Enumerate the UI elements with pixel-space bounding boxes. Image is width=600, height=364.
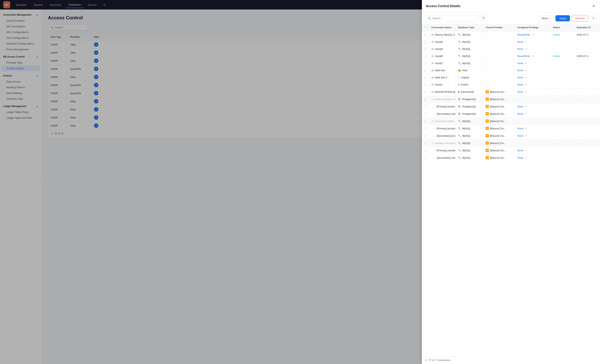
cell-privilege[interactable]: None ▼: [515, 125, 551, 132]
modal-search-input[interactable]: [432, 17, 476, 20]
row-select-checkbox[interactable]: [424, 62, 426, 65]
privilege-link[interactable]: Read/Write: [517, 33, 530, 36]
row-checkbox[interactable]: [422, 74, 429, 81]
table-row[interactable]: ⊞ mysql7 🔧 MySQL - None ▼ - -: [422, 60, 600, 67]
table-row[interactable]: ⊞ (Demo) MySQL 5.7.33 🔧 MySQL - Read/Wri…: [422, 31, 600, 38]
row-checkbox[interactable]: [422, 31, 429, 38]
privilege-link[interactable]: None: [517, 105, 523, 108]
filter-button[interactable]: [480, 15, 487, 22]
row-checkbox[interactable]: [422, 88, 429, 95]
chevron-down-icon[interactable]: ▼: [525, 127, 527, 130]
table-row[interactable]: ⊞ 983146707838:dynamodb.ap-n... ■ Dynamo…: [422, 88, 600, 95]
row-checkbox[interactable]: [422, 154, 429, 161]
cell-privilege[interactable]: None ▼: [515, 60, 551, 67]
privilege-link[interactable]: None: [517, 127, 523, 130]
privilege-link[interactable]: None: [517, 149, 523, 152]
col-cloud-provider[interactable]: Cloud Provider: [483, 24, 515, 31]
row-checkbox[interactable]: [422, 110, 429, 117]
chevron-down-icon[interactable]: ▼: [525, 76, 527, 79]
privilege-link[interactable]: None: [517, 90, 523, 93]
row-select-checkbox[interactable]: [424, 55, 426, 57]
row-checkbox[interactable]: [422, 67, 429, 74]
row-checkbox[interactable]: [422, 132, 429, 139]
chevron-down-icon[interactable]: ▼: [525, 48, 527, 50]
row-checkbox[interactable]: [422, 46, 429, 52]
row-select-checkbox[interactable]: [424, 83, 426, 86]
table-row[interactable]: ⊞ mysql3 🔧 MySQL - None ▼ - -: [422, 38, 600, 46]
cell-privilege[interactable]: None ▼: [515, 46, 551, 52]
table-row[interactable]: ⊞ harbor-chequer-metastore-cluster 🐘 Pos…: [422, 95, 600, 103]
chevron-down-icon[interactable]: ▼: [525, 62, 527, 64]
row-select-checkbox[interactable]: [424, 105, 426, 108]
cell-privilege[interactable]: None ▼: [515, 132, 551, 139]
row-checkbox[interactable]: [422, 95, 429, 103]
chevron-down-icon[interactable]: ▼: [532, 34, 534, 36]
col-status[interactable]: Status: [551, 24, 574, 31]
row-select-checkbox[interactable]: [424, 149, 426, 152]
col-database-type[interactable]: Database Type: [456, 24, 483, 31]
row-select-checkbox[interactable]: [424, 69, 426, 72]
cell-privilege[interactable]: None ▼: [515, 147, 551, 154]
table-row[interactable]: ⊞ katie test 2 ⬡ Impala - None ▼ - -: [422, 74, 600, 81]
chevron-down-icon[interactable]: ▼: [525, 113, 527, 115]
modal-search-box[interactable]: 🔍: [425, 15, 478, 21]
chevron-down-icon[interactable]: ▼: [525, 91, 527, 93]
privilege-link[interactable]: None: [517, 156, 523, 159]
row-select-checkbox[interactable]: [424, 76, 426, 79]
refresh-button[interactable]: ↻: [590, 15, 597, 22]
chevron-down-icon[interactable]: ▼: [525, 105, 527, 108]
privilege-link[interactable]: None: [517, 83, 523, 86]
privilege-link[interactable]: None: [517, 76, 523, 79]
privilege-link[interactable]: None: [517, 69, 523, 72]
privilege-link[interactable]: None: [517, 134, 523, 137]
chevron-down-icon[interactable]: ▼: [525, 157, 527, 159]
cell-privilege[interactable]: None ▼: [515, 74, 551, 81]
privilege-link[interactable]: None: [517, 62, 523, 65]
row-select-checkbox[interactable]: [424, 134, 426, 137]
col-assigned-privilege[interactable]: Assigned Privilege: [515, 24, 551, 31]
row-select-checkbox[interactable]: [424, 112, 426, 115]
cell-privilege[interactable]: None ▼: [515, 81, 551, 88]
table-row[interactable]: — [Secondary] production-hydra... 🔧 MySQ…: [422, 132, 600, 140]
table-row[interactable]: ⊞ mysql4 🔧 MySQL - None ▼ - -: [422, 46, 600, 53]
privilege-link[interactable]: Read/Write: [517, 55, 530, 57]
row-checkbox[interactable]: [422, 118, 429, 125]
cell-privilege[interactable]: None ▼: [515, 67, 551, 74]
table-row[interactable]: — [Primary] harbor-chequer-met... 🐘 Post…: [422, 103, 600, 110]
chevron-down-icon[interactable]: ▼: [525, 135, 527, 137]
row-checkbox[interactable]: [422, 125, 429, 132]
row-checkbox[interactable]: [422, 60, 429, 67]
row-select-checkbox[interactable]: [424, 142, 426, 144]
row-checkbox[interactable]: [422, 140, 429, 147]
cell-privilege[interactable]: Read/Write ▼: [515, 53, 551, 60]
row-select-checkbox[interactable]: [424, 156, 426, 159]
remove-button[interactable]: Remove: [572, 15, 588, 22]
row-select-checkbox[interactable]: [424, 98, 426, 101]
chevron-down-icon[interactable]: ▼: [525, 84, 527, 86]
table-row[interactable]: ⊞ Oracle ● Oracle - None ▼ - -: [422, 81, 600, 88]
chevron-down-icon[interactable]: ▼: [525, 149, 527, 151]
chevron-down-icon[interactable]: ▼: [525, 69, 527, 71]
table-row[interactable]: ⊞ mysql5 🔧 MySQL - Read/Write ▼ Active 2…: [422, 53, 600, 60]
privilege-select[interactable]: None ▼: [539, 15, 553, 21]
row-select-checkbox[interactable]: [424, 120, 426, 122]
table-row[interactable]: — [Secondary] sandbox-released 🔧 MySQL M…: [422, 154, 600, 161]
table-row[interactable]: ⊞ katie test 🐝 Hive - None ▼ - -: [422, 67, 600, 74]
privilege-link[interactable]: None: [517, 47, 523, 50]
table-row[interactable]: ⊞ sandbox-released-cluster 🔧 MySQL M [Ma…: [422, 140, 600, 147]
table-row[interactable]: — [Primary] production-hydra.clu... 🔧 My…: [422, 125, 600, 132]
privilege-link[interactable]: None: [517, 112, 523, 115]
table-row[interactable]: — [Secondary] harbor-chequer-... 🐘 Postg…: [422, 110, 600, 118]
select-all-checkbox[interactable]: [424, 26, 427, 29]
table-row[interactable]: ⊞ production-hydra 🔧 MySQL M [Mason] Clo…: [422, 118, 600, 125]
cell-privilege[interactable]: None ▼: [515, 103, 551, 110]
row-select-checkbox[interactable]: [424, 48, 426, 50]
privilege-link[interactable]: None: [517, 40, 523, 43]
cell-privilege[interactable]: None ▼: [515, 38, 551, 45]
cell-privilege[interactable]: None ▼: [515, 154, 551, 161]
table-row[interactable]: — [Primary] sandbox-released-cl... 🔧 MyS…: [422, 147, 600, 154]
cell-privilege[interactable]: Read/Write ▼: [515, 31, 551, 38]
col-expiration[interactable]: Expiration D: [574, 24, 600, 31]
row-checkbox[interactable]: [422, 103, 429, 110]
row-select-checkbox[interactable]: [424, 127, 426, 130]
